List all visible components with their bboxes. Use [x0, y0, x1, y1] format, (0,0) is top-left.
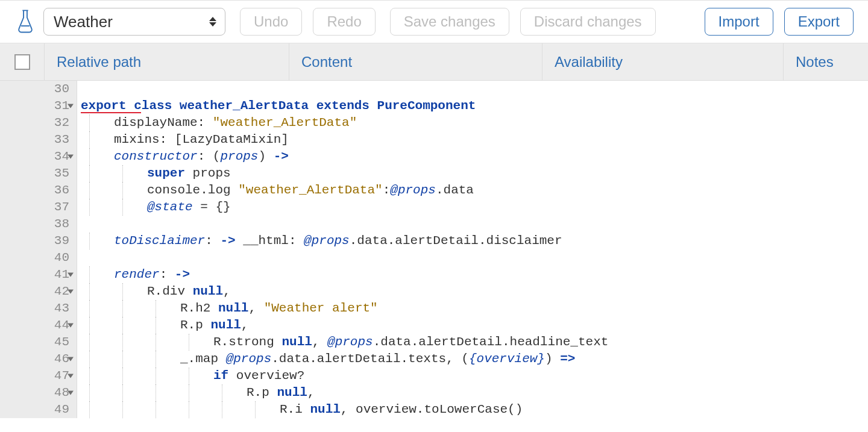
- code-line[interactable]: [81, 249, 868, 266]
- code-line[interactable]: export class weather_AlertData extends P…: [81, 98, 868, 114]
- code-line[interactable]: if overview?: [81, 368, 868, 384]
- line-number: 43: [0, 300, 73, 317]
- code-line[interactable]: mixins: [LazyDataMixin]: [81, 131, 868, 148]
- columns-header: Relative path Content Availability Notes: [0, 43, 868, 81]
- redo-label: Redo: [327, 13, 361, 30]
- code-line[interactable]: [81, 81, 868, 98]
- line-number: 40: [0, 249, 73, 266]
- column-relative-path-label: Relative path: [57, 54, 141, 70]
- line-number: 31: [0, 98, 73, 114]
- code-line[interactable]: super props: [81, 165, 868, 182]
- code-line[interactable]: R.strong null, @props.data.alertDetail.h…: [81, 334, 868, 351]
- code-line[interactable]: [81, 216, 868, 233]
- project-select[interactable]: Weather: [43, 8, 225, 36]
- line-number: 33: [0, 131, 73, 148]
- line-number: 45: [0, 334, 73, 351]
- line-number: 48: [0, 384, 73, 401]
- line-number: 47: [0, 368, 73, 384]
- column-notes[interactable]: Notes: [784, 43, 868, 80]
- code-line[interactable]: console.log "weather_AlertData":@props.d…: [81, 182, 868, 199]
- select-all-cell: [0, 43, 45, 80]
- line-number: 41: [0, 266, 73, 283]
- code-line[interactable]: R.h2 null, "Weather alert": [81, 300, 868, 317]
- code-line[interactable]: displayName: "weather_AlertData": [81, 114, 868, 131]
- import-button[interactable]: Import: [705, 8, 773, 36]
- code-line[interactable]: R.i null, overview.toLowerCase(): [81, 401, 868, 418]
- import-label: Import: [719, 13, 760, 30]
- undo-button[interactable]: Undo: [240, 8, 302, 36]
- column-availability-label: Availability: [555, 54, 623, 70]
- column-content[interactable]: Content: [289, 43, 542, 80]
- line-number-gutter: 3031323334353637383940414243444546474849: [0, 81, 77, 418]
- line-number: 30: [0, 81, 73, 98]
- error-underline: [81, 112, 141, 113]
- code-line[interactable]: R.p null,: [81, 384, 868, 401]
- discard-changes-button[interactable]: Discard changes: [520, 8, 656, 36]
- save-label: Save changes: [404, 13, 495, 30]
- code-line[interactable]: constructor: (props) ->: [81, 148, 868, 165]
- code-line[interactable]: R.p null,: [81, 317, 868, 334]
- flask-icon: [17, 9, 34, 34]
- line-number: 39: [0, 233, 73, 249]
- column-relative-path[interactable]: Relative path: [45, 43, 289, 80]
- line-number: 36: [0, 182, 73, 199]
- code-line[interactable]: @state = {}: [81, 199, 868, 216]
- line-number: 34: [0, 148, 73, 165]
- toolbar: Weather Undo Redo Save changes Discard c…: [0, 0, 868, 43]
- column-notes-label: Notes: [796, 54, 834, 70]
- select-caret-icon: [209, 17, 216, 27]
- project-select-value: Weather: [44, 13, 137, 31]
- line-number: 42: [0, 283, 73, 300]
- line-number: 38: [0, 216, 73, 233]
- export-label: Export: [798, 13, 840, 30]
- line-number: 32: [0, 114, 73, 131]
- column-availability[interactable]: Availability: [542, 43, 784, 80]
- code-area[interactable]: export class weather_AlertData extends P…: [77, 81, 868, 418]
- line-number: 49: [0, 401, 73, 418]
- select-all-checkbox[interactable]: [14, 54, 30, 70]
- line-number: 37: [0, 199, 73, 216]
- code-line[interactable]: _.map @props.data.alertDetail.texts, ({o…: [81, 351, 868, 368]
- export-button[interactable]: Export: [784, 8, 854, 36]
- line-number: 46: [0, 351, 73, 368]
- redo-button[interactable]: Redo: [313, 8, 375, 36]
- code-line[interactable]: R.div null,: [81, 283, 868, 300]
- code-editor[interactable]: 3031323334353637383940414243444546474849…: [0, 81, 868, 418]
- column-content-label: Content: [301, 54, 352, 70]
- line-number: 44: [0, 317, 73, 334]
- save-changes-button[interactable]: Save changes: [390, 8, 509, 36]
- code-line[interactable]: render: ->: [81, 266, 868, 283]
- undo-label: Undo: [254, 13, 288, 30]
- line-number: 35: [0, 165, 73, 182]
- discard-label: Discard changes: [534, 13, 642, 30]
- code-line[interactable]: toDisclaimer: -> __html: @props.data.ale…: [81, 233, 868, 249]
